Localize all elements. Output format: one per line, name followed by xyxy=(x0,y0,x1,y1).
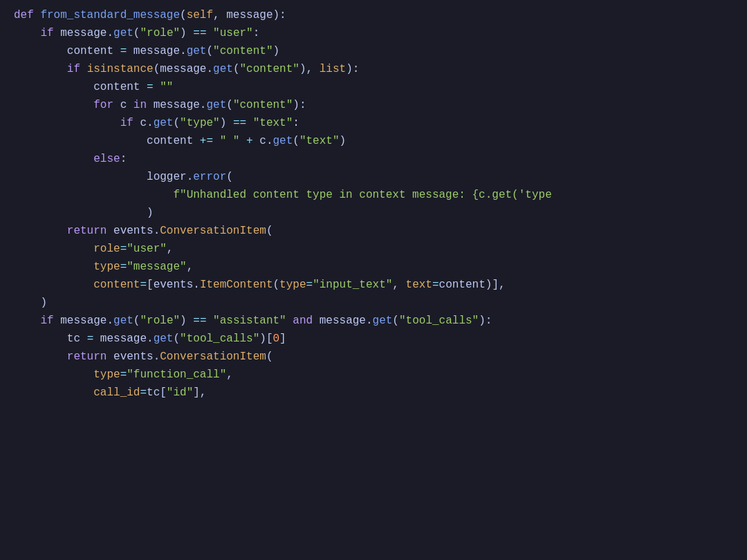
code-line: if isinstance(message.get("content"), li… xyxy=(0,61,747,79)
code-line: content = "" xyxy=(0,79,747,97)
code-line: ) xyxy=(0,205,747,223)
code-line: type="function_call", xyxy=(0,366,747,384)
code-line: call_id=tc["id"], xyxy=(0,384,747,402)
code-line: ) xyxy=(0,295,747,312)
code-line: for c in message.get("content"): xyxy=(0,97,747,115)
code-editor: def from_standard_message(self, message)… xyxy=(0,0,747,560)
code-line: if message.get("role") == "assistant" an… xyxy=(0,312,747,330)
code-line: tc = message.get("tool_calls")[0] xyxy=(0,330,747,348)
code-line: if message.get("role") == "user": xyxy=(0,25,747,43)
code-line: return events.ConversationItem( xyxy=(0,348,747,366)
code-line: content=[events.ItemContent(type="input_… xyxy=(0,277,747,295)
code-line: else: xyxy=(0,151,747,169)
code-line: if c.get("type") == "text": xyxy=(0,115,747,133)
code-line: content = message.get("content") xyxy=(0,43,747,61)
code-line: type="message", xyxy=(0,259,747,277)
code-line: logger.error( xyxy=(0,169,747,187)
code-line: def from_standard_message(self, message)… xyxy=(0,7,747,25)
code-line: content += " " + c.get("text") xyxy=(0,133,747,151)
code-line: f"Unhandled content type in context mess… xyxy=(0,187,747,205)
code-line: return events.ConversationItem( xyxy=(0,223,747,241)
code-line: role="user", xyxy=(0,241,747,259)
